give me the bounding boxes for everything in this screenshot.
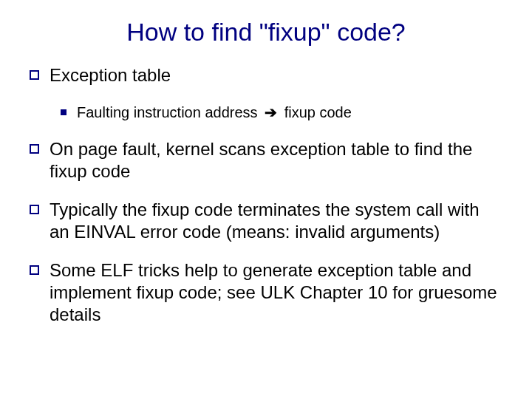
bullet-page-fault: On page fault, kernel scans exception ta… bbox=[30, 138, 502, 183]
bullet-text: Typically the fixup code terminates the … bbox=[50, 199, 502, 243]
bullet-elf-tricks: Some ELF tricks help to generate excepti… bbox=[30, 259, 502, 326]
arrow-icon: ➔ bbox=[262, 104, 280, 120]
sub-bullet-prefix: Faulting instruction address bbox=[77, 104, 262, 120]
bullet-marker-icon bbox=[30, 70, 39, 80]
bullet-exception-table: Exception table bbox=[30, 64, 502, 86]
bullet-text: Exception table bbox=[50, 64, 502, 86]
bullet-einval: Typically the fixup code terminates the … bbox=[30, 199, 502, 243]
slide: How to find "fixup" code? Exception tabl… bbox=[0, 0, 532, 399]
bullet-text: Some ELF tricks help to generate excepti… bbox=[50, 259, 502, 326]
bullet-marker-icon bbox=[30, 144, 39, 154]
bullet-marker-icon bbox=[30, 205, 39, 214]
slide-title: How to find "fixup" code? bbox=[30, 18, 502, 47]
sub-bullet-suffix: fixup code bbox=[280, 104, 352, 120]
bullet-list: Exception table Faulting instruction add… bbox=[30, 64, 502, 326]
sub-bullet-faulting-instruction: Faulting instruction address ➔ fixup cod… bbox=[61, 103, 502, 122]
bullet-text: On page fault, kernel scans exception ta… bbox=[50, 138, 502, 183]
sub-bullet-marker-icon bbox=[61, 109, 66, 115]
sub-bullet-list: Faulting instruction address ➔ fixup cod… bbox=[61, 103, 502, 122]
bullet-marker-icon bbox=[30, 265, 39, 275]
sub-bullet-text: Faulting instruction address ➔ fixup cod… bbox=[77, 103, 502, 122]
